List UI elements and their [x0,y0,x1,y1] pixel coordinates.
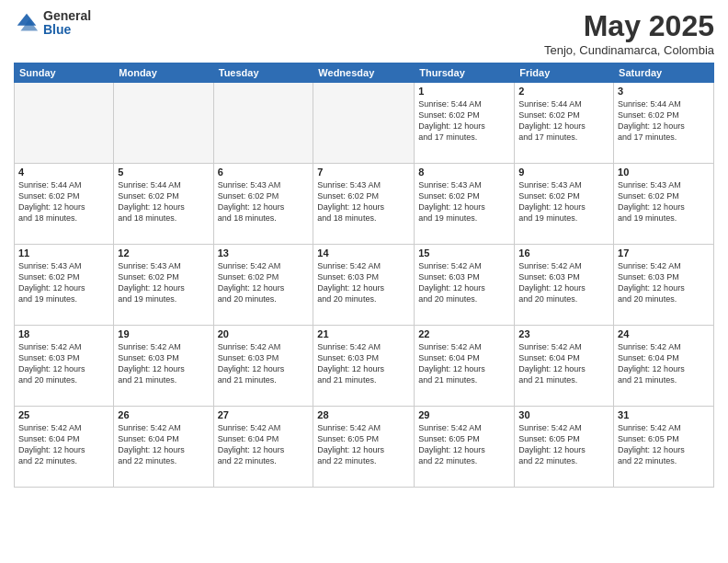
day-info: Sunrise: 5:43 AM Sunset: 6:02 PM Dayligh… [317,179,410,224]
month-title: May 2025 [544,9,714,43]
calendar-week-row: 25Sunrise: 5:42 AM Sunset: 6:04 PM Dayli… [15,407,714,488]
calendar-week-row: 18Sunrise: 5:42 AM Sunset: 6:03 PM Dayli… [15,326,714,407]
day-number: 20 [218,328,310,339]
weekday-header-row: SundayMondayTuesdayWednesdayThursdayFrid… [15,63,714,83]
day-info: Sunrise: 5:43 AM Sunset: 6:02 PM Dayligh… [518,179,609,224]
day-info: Sunrise: 5:42 AM Sunset: 6:03 PM Dayligh… [317,260,410,305]
subtitle: Tenjo, Cundinamarca, Colombia [544,43,714,57]
day-info: Sunrise: 5:42 AM Sunset: 6:04 PM Dayligh… [618,341,710,386]
day-number: 2 [518,86,609,97]
day-info: Sunrise: 5:44 AM Sunset: 6:02 PM Dayligh… [418,98,510,144]
calendar-cell: 1Sunrise: 5:44 AM Sunset: 6:02 PM Daylig… [415,83,515,164]
day-info: Sunrise: 5:42 AM Sunset: 6:05 PM Dayligh… [418,422,510,467]
day-info: Sunrise: 5:43 AM Sunset: 6:02 PM Dayligh… [18,260,109,305]
day-info: Sunrise: 5:42 AM Sunset: 6:03 PM Dayligh… [618,260,710,305]
day-number: 16 [518,247,609,259]
day-number: 9 [518,167,609,178]
calendar-cell: 24Sunrise: 5:42 AM Sunset: 6:04 PM Dayli… [614,326,714,407]
day-info: Sunrise: 5:42 AM Sunset: 6:05 PM Dayligh… [317,422,410,467]
calendar-cell: 3Sunrise: 5:44 AM Sunset: 6:02 PM Daylig… [614,83,714,164]
calendar-cell: 16Sunrise: 5:42 AM Sunset: 6:03 PM Dayli… [515,245,614,326]
day-number: 21 [317,328,410,339]
logo-text: General Blue [43,9,91,38]
calendar-cell: 4Sunrise: 5:44 AM Sunset: 6:02 PM Daylig… [15,164,114,245]
day-info: Sunrise: 5:42 AM Sunset: 6:04 PM Dayligh… [218,422,310,467]
calendar-cell: 11Sunrise: 5:43 AM Sunset: 6:02 PM Dayli… [15,245,114,326]
weekday-header: Friday [515,63,614,83]
calendar-cell [114,83,213,164]
day-number: 17 [618,247,710,259]
logo-general: General [43,9,91,23]
calendar-week-row: 11Sunrise: 5:43 AM Sunset: 6:02 PM Dayli… [15,245,714,326]
day-info: Sunrise: 5:43 AM Sunset: 6:02 PM Dayligh… [118,260,209,305]
calendar-cell: 17Sunrise: 5:42 AM Sunset: 6:03 PM Dayli… [614,245,714,326]
day-info: Sunrise: 5:42 AM Sunset: 6:03 PM Dayligh… [518,260,609,305]
day-number: 5 [118,167,209,178]
day-number: 11 [18,247,109,259]
day-number: 8 [418,167,510,178]
day-info: Sunrise: 5:42 AM Sunset: 6:05 PM Dayligh… [518,422,609,467]
day-info: Sunrise: 5:42 AM Sunset: 6:03 PM Dayligh… [418,260,510,305]
header: General Blue May 2025 Tenjo, Cundinamarc… [14,9,714,57]
day-number: 13 [218,247,310,259]
day-info: Sunrise: 5:42 AM Sunset: 6:03 PM Dayligh… [18,341,109,386]
calendar-table: SundayMondayTuesdayWednesdayThursdayFrid… [14,63,714,488]
calendar-cell: 28Sunrise: 5:42 AM Sunset: 6:05 PM Dayli… [313,407,415,488]
day-number: 3 [618,86,710,97]
day-info: Sunrise: 5:42 AM Sunset: 6:04 PM Dayligh… [518,341,609,386]
calendar-cell: 21Sunrise: 5:42 AM Sunset: 6:03 PM Dayli… [313,326,415,407]
calendar-cell [213,83,313,164]
day-info: Sunrise: 5:42 AM Sunset: 6:03 PM Dayligh… [118,341,209,386]
day-info: Sunrise: 5:43 AM Sunset: 6:02 PM Dayligh… [218,179,310,224]
day-number: 7 [317,167,410,178]
day-number: 26 [118,409,209,420]
calendar-cell: 14Sunrise: 5:42 AM Sunset: 6:03 PM Dayli… [313,245,415,326]
day-number: 30 [518,409,609,420]
calendar-cell: 26Sunrise: 5:42 AM Sunset: 6:04 PM Dayli… [114,407,213,488]
calendar-cell: 10Sunrise: 5:43 AM Sunset: 6:02 PM Dayli… [614,164,714,245]
calendar-cell: 20Sunrise: 5:42 AM Sunset: 6:03 PM Dayli… [213,326,313,407]
weekday-header: Wednesday [313,63,415,83]
day-number: 23 [518,328,609,339]
day-info: Sunrise: 5:43 AM Sunset: 6:02 PM Dayligh… [618,179,710,224]
calendar-cell [15,83,114,164]
page: General Blue May 2025 Tenjo, Cundinamarc… [0,0,728,563]
day-number: 10 [618,167,710,178]
day-number: 24 [618,328,710,339]
day-number: 25 [18,409,109,420]
weekday-header: Thursday [415,63,515,83]
day-info: Sunrise: 5:44 AM Sunset: 6:02 PM Dayligh… [18,179,109,224]
title-section: May 2025 Tenjo, Cundinamarca, Colombia [544,9,714,57]
calendar-cell: 6Sunrise: 5:43 AM Sunset: 6:02 PM Daylig… [213,164,313,245]
day-number: 6 [218,167,310,178]
weekday-header: Monday [114,63,213,83]
day-info: Sunrise: 5:42 AM Sunset: 6:03 PM Dayligh… [218,341,310,386]
calendar-cell: 13Sunrise: 5:42 AM Sunset: 6:02 PM Dayli… [213,245,313,326]
calendar-cell: 12Sunrise: 5:43 AM Sunset: 6:02 PM Dayli… [114,245,213,326]
weekday-header: Tuesday [213,63,313,83]
calendar-cell: 9Sunrise: 5:43 AM Sunset: 6:02 PM Daylig… [515,164,614,245]
weekday-header: Sunday [15,63,114,83]
day-info: Sunrise: 5:42 AM Sunset: 6:05 PM Dayligh… [618,422,710,467]
calendar-cell: 25Sunrise: 5:42 AM Sunset: 6:04 PM Dayli… [15,407,114,488]
calendar-cell: 19Sunrise: 5:42 AM Sunset: 6:03 PM Dayli… [114,326,213,407]
day-number: 22 [418,328,510,339]
day-info: Sunrise: 5:42 AM Sunset: 6:04 PM Dayligh… [18,422,109,467]
day-info: Sunrise: 5:42 AM Sunset: 6:03 PM Dayligh… [317,341,410,386]
day-number: 19 [118,328,209,339]
day-number: 14 [317,247,410,259]
calendar-cell: 30Sunrise: 5:42 AM Sunset: 6:05 PM Dayli… [515,407,614,488]
day-number: 18 [18,328,109,339]
day-info: Sunrise: 5:42 AM Sunset: 6:04 PM Dayligh… [118,422,209,467]
weekday-header: Saturday [614,63,714,83]
day-info: Sunrise: 5:42 AM Sunset: 6:04 PM Dayligh… [418,341,510,386]
calendar-cell: 29Sunrise: 5:42 AM Sunset: 6:05 PM Dayli… [415,407,515,488]
calendar-cell: 2Sunrise: 5:44 AM Sunset: 6:02 PM Daylig… [515,83,614,164]
calendar-cell: 8Sunrise: 5:43 AM Sunset: 6:02 PM Daylig… [415,164,515,245]
day-number: 27 [218,409,310,420]
calendar-cell: 23Sunrise: 5:42 AM Sunset: 6:04 PM Dayli… [515,326,614,407]
calendar-cell: 18Sunrise: 5:42 AM Sunset: 6:03 PM Dayli… [15,326,114,407]
day-number: 12 [118,247,209,259]
calendar-cell: 27Sunrise: 5:42 AM Sunset: 6:04 PM Dayli… [213,407,313,488]
day-number: 28 [317,409,410,420]
